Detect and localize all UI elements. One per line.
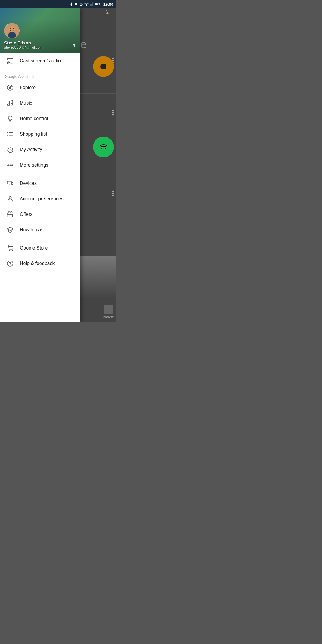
svg-rect-8 (91, 4, 91, 6)
svg-point-19 (112, 114, 114, 116)
offers-label: Offers (20, 212, 32, 217)
shopping-list-item[interactable]: Shopping list (0, 126, 80, 142)
bg-dots-2 (112, 110, 114, 117)
vibrate-icon (74, 2, 78, 6)
history-icon (5, 146, 16, 153)
svg-point-33 (11, 103, 13, 105)
bg-cast-icon (106, 9, 113, 16)
svg-rect-12 (95, 3, 97, 5)
music-label: Music (20, 100, 32, 106)
cart-icon (5, 245, 16, 251)
user-name: Steve Edson (4, 40, 76, 45)
google-assistant-section-label: Google Assistant (0, 71, 80, 80)
account-preferences-item[interactable]: Account preferences (0, 191, 80, 207)
svg-point-43 (12, 165, 13, 166)
signal-icon (90, 2, 94, 6)
more-settings-item[interactable]: More settings (0, 157, 80, 173)
how-to-cast-item[interactable]: How to cast (0, 222, 80, 238)
navigation-drawer: Steve Edson steve3d50n@gmail.com ▼ Cast … (0, 8, 80, 322)
drawer-header[interactable]: Steve Edson steve3d50n@gmail.com ▼ (0, 8, 80, 53)
home-control-label: Home control (20, 116, 48, 121)
devices-item[interactable]: Devices (0, 176, 80, 191)
my-activity-label: My Activity (20, 147, 42, 152)
svg-rect-1 (75, 4, 75, 5)
svg-point-42 (10, 165, 11, 166)
chevron-down-icon[interactable]: ▼ (72, 43, 76, 48)
help-feedback-label: Help & feedback (20, 261, 55, 266)
drawer-header-overlay: Steve Edson steve3d50n@gmail.com (0, 19, 80, 53)
status-icons: 19:00 (69, 2, 113, 7)
svg-point-55 (10, 265, 10, 265)
svg-point-18 (112, 112, 114, 114)
svg-line-4 (80, 3, 80, 3)
battery-icon (95, 2, 100, 6)
svg-point-48 (9, 197, 11, 199)
gift-icon (5, 211, 16, 218)
compass-icon (5, 84, 16, 91)
bg-orange-circle (93, 56, 114, 77)
svg-point-21 (112, 191, 114, 192)
avatar (4, 23, 20, 38)
dots-icon (5, 162, 16, 168)
explore-label: Explore (20, 85, 36, 90)
svg-point-53 (12, 250, 13, 251)
svg-point-22 (112, 193, 114, 194)
cast-screen-item[interactable]: Cast screen / audio (0, 53, 80, 69)
graduation-icon (5, 227, 16, 233)
music-item[interactable]: Music (0, 95, 80, 111)
how-to-cast-label: How to cast (20, 227, 45, 233)
svg-rect-0 (75, 3, 77, 5)
shopping-list-label: Shopping list (20, 131, 47, 137)
cast-icon (5, 58, 16, 64)
bg-browse-section: Browse (103, 305, 114, 319)
home-control-item[interactable]: Home control (0, 111, 80, 126)
divider-3 (0, 239, 80, 239)
status-bar: 19:00 (0, 0, 116, 8)
svg-point-17 (112, 110, 114, 112)
list-icon (5, 131, 16, 137)
svg-point-32 (8, 104, 10, 106)
account-preferences-label: Account preferences (20, 196, 64, 202)
cast-screen-label: Cast screen / audio (20, 58, 61, 64)
google-store-item[interactable]: Google Store (0, 240, 80, 256)
help-feedback-item[interactable]: Help & feedback (0, 256, 80, 271)
more-settings-label: More settings (20, 162, 48, 168)
bg-spotify-circle (93, 137, 114, 157)
bluetooth-icon (69, 2, 73, 6)
user-email: steve3d50n@gmail.com (4, 45, 76, 49)
svg-rect-7 (90, 4, 90, 6)
explore-item[interactable]: Explore (0, 80, 80, 95)
svg-line-5 (82, 3, 83, 3)
account-icon (5, 196, 16, 202)
bg-dots-3 (112, 190, 114, 197)
svg-point-23 (112, 195, 114, 196)
bulb-icon (5, 115, 16, 122)
svg-rect-44 (7, 181, 11, 184)
svg-marker-31 (9, 86, 11, 89)
svg-rect-9 (92, 3, 92, 6)
my-activity-item[interactable]: My Activity (0, 142, 80, 157)
alarm-icon (79, 2, 83, 6)
svg-point-25 (9, 26, 15, 32)
help-icon (5, 260, 16, 267)
svg-point-52 (9, 250, 10, 251)
svg-point-28 (13, 28, 14, 29)
svg-point-14 (112, 58, 114, 59)
svg-point-41 (8, 165, 9, 166)
wifi-icon (84, 2, 89, 6)
divider-1 (0, 70, 80, 70)
svg-point-27 (10, 28, 11, 29)
devices-icon (5, 180, 16, 187)
divider-2 (0, 174, 80, 174)
svg-point-29 (7, 63, 8, 64)
status-time: 19:00 (103, 2, 113, 7)
music-icon (5, 100, 16, 106)
offers-item[interactable]: Offers (0, 207, 80, 222)
svg-rect-2 (77, 4, 77, 5)
google-store-label: Google Store (20, 245, 48, 251)
svg-point-6 (86, 5, 86, 6)
svg-point-47 (12, 184, 12, 184)
svg-point-13 (106, 14, 107, 14)
devices-label: Devices (20, 181, 37, 186)
svg-rect-10 (92, 2, 93, 6)
